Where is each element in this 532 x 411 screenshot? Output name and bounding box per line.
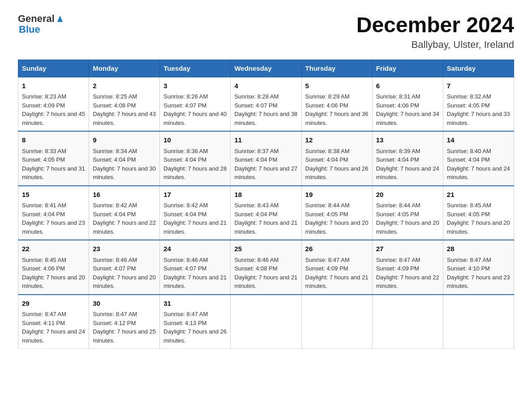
- day-number: 6: [376, 81, 439, 91]
- day-number: 2: [93, 81, 156, 91]
- calendar-cell: [231, 295, 301, 349]
- calendar-cell: 13 Sunrise: 8:39 AMSunset: 4:04 PMDaylig…: [372, 131, 443, 186]
- calendar-cell: [301, 295, 372, 349]
- day-info: Sunrise: 8:47 AMSunset: 4:10 PMDaylight:…: [447, 257, 510, 290]
- calendar-cell: 28 Sunrise: 8:47 AMSunset: 4:10 PMDaylig…: [443, 240, 514, 295]
- day-number: 21: [447, 190, 510, 200]
- day-info: Sunrise: 8:47 AMSunset: 4:09 PMDaylight:…: [305, 257, 369, 290]
- day-info: Sunrise: 8:25 AMSunset: 4:08 PMDaylight:…: [93, 93, 156, 126]
- calendar-cell: 16 Sunrise: 8:42 AMSunset: 4:04 PMDaylig…: [89, 186, 160, 240]
- day-info: Sunrise: 8:45 AMSunset: 4:05 PMDaylight:…: [447, 202, 510, 235]
- calendar-cell: 5 Sunrise: 8:29 AMSunset: 4:06 PMDayligh…: [301, 77, 372, 132]
- day-info: Sunrise: 8:29 AMSunset: 4:06 PMDaylight:…: [305, 93, 369, 126]
- logo-text-general: General: [18, 13, 55, 24]
- calendar-cell: 1 Sunrise: 8:23 AMSunset: 4:09 PMDayligh…: [18, 77, 89, 132]
- calendar-cell: 4 Sunrise: 8:28 AMSunset: 4:07 PMDayligh…: [231, 77, 301, 132]
- calendar-cell: 31 Sunrise: 8:47 AMSunset: 4:13 PMDaylig…: [160, 295, 231, 349]
- calendar-cell: 6 Sunrise: 8:31 AMSunset: 4:06 PMDayligh…: [372, 77, 443, 132]
- calendar-cell: 30 Sunrise: 8:47 AMSunset: 4:12 PMDaylig…: [89, 295, 160, 349]
- day-number: 12: [305, 135, 369, 146]
- day-number: 13: [376, 135, 439, 146]
- day-info: Sunrise: 8:47 AMSunset: 4:09 PMDaylight:…: [376, 257, 439, 290]
- day-number: 7: [447, 81, 510, 91]
- calendar-cell: 20 Sunrise: 8:44 AMSunset: 4:05 PMDaylig…: [372, 186, 443, 240]
- svg-marker-0: [57, 16, 63, 22]
- calendar-week-2: 8 Sunrise: 8:33 AMSunset: 4:05 PMDayligh…: [18, 131, 514, 186]
- day-info: Sunrise: 8:46 AMSunset: 4:07 PMDaylight:…: [93, 257, 156, 290]
- title-area: December 2024 Ballybay, Ulster, Ireland: [356, 13, 514, 51]
- day-info: Sunrise: 8:31 AMSunset: 4:06 PMDaylight:…: [376, 93, 439, 126]
- day-number: 14: [447, 135, 510, 146]
- calendar-cell: 24 Sunrise: 8:46 AMSunset: 4:07 PMDaylig…: [160, 240, 231, 295]
- calendar-cell: 12 Sunrise: 8:38 AMSunset: 4:04 PMDaylig…: [301, 131, 372, 186]
- calendar-cell: 14 Sunrise: 8:40 AMSunset: 4:04 PMDaylig…: [443, 131, 514, 186]
- day-number: 15: [22, 190, 85, 200]
- day-number: 30: [93, 299, 156, 309]
- calendar-cell: 10 Sunrise: 8:36 AMSunset: 4:04 PMDaylig…: [160, 131, 231, 186]
- day-number: 10: [163, 135, 227, 146]
- calendar-cell: 15 Sunrise: 8:41 AMSunset: 4:04 PMDaylig…: [18, 186, 89, 240]
- day-number: 16: [93, 190, 156, 200]
- calendar-cell: 18 Sunrise: 8:43 AMSunset: 4:04 PMDaylig…: [231, 186, 301, 240]
- day-number: 11: [234, 135, 297, 146]
- day-info: Sunrise: 8:39 AMSunset: 4:04 PMDaylight:…: [376, 148, 439, 181]
- calendar-week-5: 29 Sunrise: 8:47 AMSunset: 4:11 PMDaylig…: [18, 295, 514, 349]
- col-tuesday: Tuesday: [160, 60, 231, 77]
- calendar-cell: 26 Sunrise: 8:47 AMSunset: 4:09 PMDaylig…: [301, 240, 372, 295]
- calendar-cell: 19 Sunrise: 8:44 AMSunset: 4:05 PMDaylig…: [301, 186, 372, 240]
- day-info: Sunrise: 8:47 AMSunset: 4:13 PMDaylight:…: [163, 311, 227, 344]
- calendar-body: 1 Sunrise: 8:23 AMSunset: 4:09 PMDayligh…: [18, 77, 514, 349]
- day-number: 25: [234, 244, 297, 254]
- day-info: Sunrise: 8:46 AMSunset: 4:08 PMDaylight:…: [234, 257, 297, 290]
- calendar-cell: 27 Sunrise: 8:47 AMSunset: 4:09 PMDaylig…: [372, 240, 443, 295]
- col-monday: Monday: [89, 60, 160, 77]
- day-info: Sunrise: 8:40 AMSunset: 4:04 PMDaylight:…: [447, 148, 510, 181]
- day-info: Sunrise: 8:26 AMSunset: 4:07 PMDaylight:…: [163, 93, 227, 126]
- logo: General Blue: [18, 13, 64, 35]
- day-info: Sunrise: 8:38 AMSunset: 4:04 PMDaylight:…: [305, 148, 369, 181]
- calendar-header: Sunday Monday Tuesday Wednesday Thursday…: [18, 60, 514, 77]
- day-info: Sunrise: 8:36 AMSunset: 4:04 PMDaylight:…: [163, 148, 227, 181]
- col-thursday: Thursday: [301, 60, 372, 77]
- day-info: Sunrise: 8:47 AMSunset: 4:11 PMDaylight:…: [22, 311, 85, 344]
- day-number: 3: [163, 81, 227, 91]
- day-number: 28: [447, 244, 510, 254]
- calendar-cell: 25 Sunrise: 8:46 AMSunset: 4:08 PMDaylig…: [231, 240, 301, 295]
- day-number: 24: [163, 244, 227, 254]
- calendar-table: Sunday Monday Tuesday Wednesday Thursday…: [18, 60, 514, 349]
- day-number: 8: [22, 135, 85, 146]
- day-info: Sunrise: 8:34 AMSunset: 4:04 PMDaylight:…: [93, 148, 156, 181]
- day-number: 27: [376, 244, 439, 254]
- col-saturday: Saturday: [443, 60, 514, 77]
- calendar-cell: 3 Sunrise: 8:26 AMSunset: 4:07 PMDayligh…: [160, 77, 231, 132]
- col-wednesday: Wednesday: [231, 60, 301, 77]
- day-number: 31: [163, 299, 227, 309]
- day-info: Sunrise: 8:32 AMSunset: 4:05 PMDaylight:…: [447, 93, 510, 126]
- day-info: Sunrise: 8:42 AMSunset: 4:04 PMDaylight:…: [163, 202, 227, 235]
- day-info: Sunrise: 8:41 AMSunset: 4:04 PMDaylight:…: [22, 202, 85, 235]
- day-number: 9: [93, 135, 156, 146]
- calendar-cell: 17 Sunrise: 8:42 AMSunset: 4:04 PMDaylig…: [160, 186, 231, 240]
- day-info: Sunrise: 8:37 AMSunset: 4:04 PMDaylight:…: [234, 148, 297, 181]
- calendar-cell: 29 Sunrise: 8:47 AMSunset: 4:11 PMDaylig…: [18, 295, 89, 349]
- page-header: General Blue December 2024 Ballybay, Uls…: [18, 13, 514, 51]
- day-info: Sunrise: 8:23 AMSunset: 4:09 PMDaylight:…: [22, 93, 85, 126]
- day-number: 22: [22, 244, 85, 254]
- calendar-cell: 21 Sunrise: 8:45 AMSunset: 4:05 PMDaylig…: [443, 186, 514, 240]
- day-number: 17: [163, 190, 227, 200]
- day-info: Sunrise: 8:45 AMSunset: 4:06 PMDaylight:…: [22, 257, 85, 290]
- day-info: Sunrise: 8:44 AMSunset: 4:05 PMDaylight:…: [376, 202, 439, 235]
- day-info: Sunrise: 8:47 AMSunset: 4:12 PMDaylight:…: [93, 311, 156, 344]
- day-number: 23: [93, 244, 156, 254]
- day-number: 5: [305, 81, 369, 91]
- logo-triangle-icon: [56, 14, 64, 23]
- col-sunday: Sunday: [18, 60, 89, 77]
- day-info: Sunrise: 8:42 AMSunset: 4:04 PMDaylight:…: [93, 202, 156, 235]
- calendar-cell: 23 Sunrise: 8:46 AMSunset: 4:07 PMDaylig…: [89, 240, 160, 295]
- day-number: 26: [305, 244, 369, 254]
- day-number: 18: [234, 190, 297, 200]
- calendar-cell: 8 Sunrise: 8:33 AMSunset: 4:05 PMDayligh…: [18, 131, 89, 186]
- day-number: 19: [305, 190, 369, 200]
- calendar-cell: [443, 295, 514, 349]
- day-info: Sunrise: 8:43 AMSunset: 4:04 PMDaylight:…: [234, 202, 297, 235]
